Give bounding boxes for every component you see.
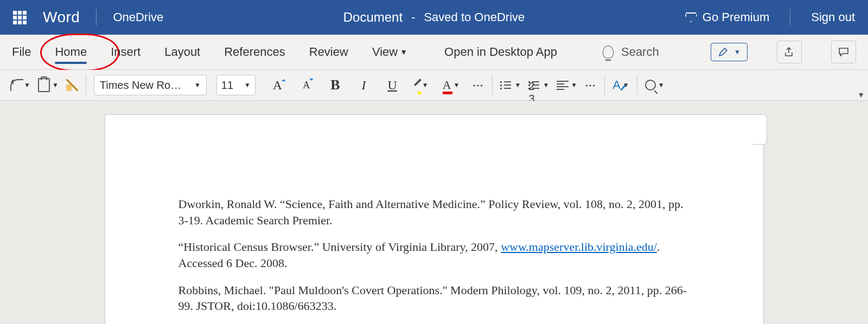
tab-review[interactable]: Review [309,35,348,69]
divider [96,9,97,25]
chevron-down-icon: ▼ [24,81,30,89]
share-button[interactable] [777,41,802,63]
lightbulb-icon [603,46,614,59]
sign-out-button[interactable]: Sign out [811,10,855,24]
paragraph[interactable]: Robbins, Michael. "Paul Muldoon's Covert… [178,282,690,314]
magnifier-icon [645,80,656,90]
paragraph[interactable]: “Historical Census Browser.” University … [178,239,690,271]
comment-icon [838,47,850,57]
font-family-value: Times New Ro… [100,79,181,92]
find-button[interactable]: ▼ [645,80,665,90]
app-name[interactable]: Word [43,9,80,26]
italic-button[interactable]: I [361,78,366,93]
font-size-select[interactable]: 11 ▼ [216,75,256,95]
font-size-value: 11 [221,79,233,92]
font-color-button[interactable]: A ▼ [443,78,460,92]
comments-button[interactable] [831,41,856,63]
highlight-button[interactable]: ▼ [418,78,429,92]
divider [604,75,605,95]
go-premium-button[interactable]: Go Premium [685,10,769,24]
diamond-icon [685,12,697,22]
chevron-down-icon[interactable]: ▼ [400,48,407,56]
divider [86,75,86,95]
divider [790,9,790,25]
collapse-ribbon-button[interactable]: ▼ [857,90,865,99]
side-panel-handle[interactable] [752,114,767,145]
paintbrush-icon [66,79,78,91]
divider [492,75,493,95]
pencil-icon [718,47,729,57]
grow-font-button[interactable]: A [273,78,282,93]
tab-file[interactable]: File [12,35,31,69]
undo-button[interactable]: ▼ [9,79,30,91]
document-canvas: Dworkin, Ronald W. “Science, Faith and A… [0,101,868,324]
tell-me-search[interactable]: Search [603,45,659,59]
chevron-down-icon: ▼ [734,48,741,56]
tab-insert[interactable]: Insert [111,35,141,69]
number-list-icon: 23 [528,80,540,90]
chevron-down-icon: ▼ [52,81,59,89]
search-placeholder: Search [621,45,659,59]
editing-mode-button[interactable]: ▼ [711,43,748,61]
more-paragraph-button[interactable]: ⋯ [585,79,597,92]
align-icon [557,81,569,89]
ribbon-home: ▼ ▼ Times New Ro… ▼ 11 ▼ A A B I U ▼ A ▼… [0,70,868,101]
tab-view[interactable]: View▼ [372,35,407,69]
align-button[interactable]: ▼ [557,81,577,89]
tab-home[interactable]: Home [55,35,87,69]
chevron-down-icon: ▼ [194,81,201,89]
title-separator: - [411,10,415,24]
save-status: Saved to OneDrive [424,10,525,24]
title-bar: Word OneDrive Document - Saved to OneDri… [0,0,868,35]
go-premium-label: Go Premium [703,10,769,24]
tab-layout[interactable]: Layout [164,35,200,69]
document-title[interactable]: Document [343,10,403,25]
open-in-desktop-button[interactable]: Open in Desktop App [444,45,557,59]
highlighter-icon [414,79,422,86]
bullet-list-icon [500,80,512,90]
app-launcher-icon[interactable] [13,11,27,24]
share-icon [783,47,795,57]
divider [637,75,637,95]
more-font-button[interactable]: ⋯ [473,79,484,92]
bullets-button[interactable]: ▼ [500,80,521,90]
hyperlink[interactable]: www.mapserver.lib.virginia.edu/ [501,240,657,254]
location-label[interactable]: OneDrive [113,10,163,24]
page[interactable]: Dworkin, Ronald W. “Science, Faith and A… [105,114,764,324]
title-center: Document - Saved to OneDrive [343,10,525,25]
styles-button[interactable]: A ▼ [612,78,629,92]
paragraph[interactable]: Dworkin, Ronald W. “Science, Faith and A… [178,196,690,228]
chevron-down-icon: ▼ [422,81,429,89]
numbering-button[interactable]: 23▼ [528,80,549,90]
ribbon-tabs: File Home Insert Layout References Revie… [0,35,868,70]
underline-button[interactable]: U [387,78,397,93]
bold-button[interactable]: B [330,77,340,93]
chevron-down-icon: ▼ [244,81,251,89]
shrink-font-button[interactable]: A [303,80,310,91]
format-painter-button[interactable] [66,79,78,91]
paste-button[interactable]: ▼ [38,78,59,92]
chevron-down-icon: ▼ [454,81,460,89]
font-family-select[interactable]: Times New Ro… ▼ [94,75,207,95]
tab-references[interactable]: References [224,35,285,69]
